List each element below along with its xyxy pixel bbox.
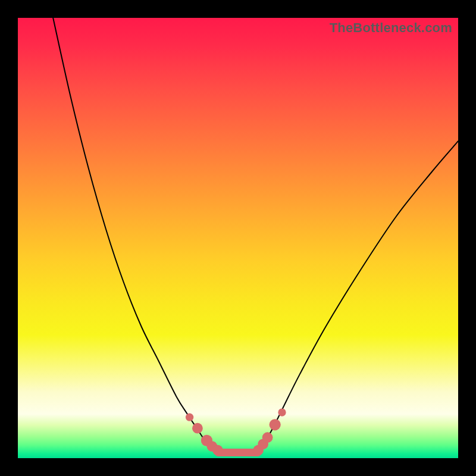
- chart-svg: [18, 18, 458, 458]
- right-curve: [258, 141, 458, 452]
- data-marker: [278, 408, 286, 416]
- left-curve: [53, 18, 218, 452]
- data-marker: [270, 419, 281, 430]
- data-marker: [186, 414, 193, 421]
- chart-frame: TheBottleneck.com: [0, 0, 476, 476]
- data-marker: [192, 423, 203, 434]
- data-marker: [212, 445, 223, 456]
- data-marker: [262, 432, 273, 443]
- plot-area: TheBottleneck.com: [18, 18, 458, 458]
